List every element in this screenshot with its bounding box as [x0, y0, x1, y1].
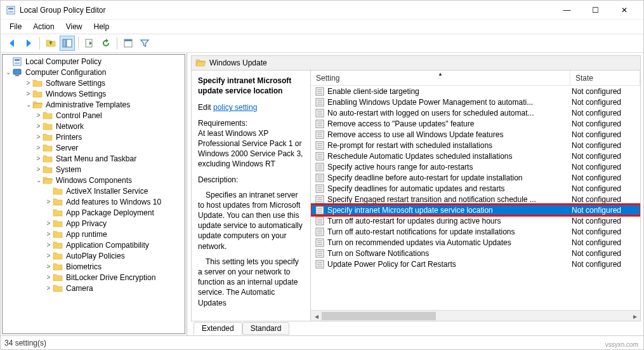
tree-item[interactable]: >Control Panel	[4, 110, 185, 121]
setting-row[interactable]: Turn off auto-restart for updates during…	[311, 215, 640, 226]
tree-item[interactable]: ⌄Windows Components	[4, 175, 185, 185]
folder-icon	[53, 251, 63, 261]
menu-action[interactable]: Action	[28, 21, 59, 32]
setting-row[interactable]: Turn on Software NotificationsNot config…	[311, 248, 640, 259]
tab-standard[interactable]: Standard	[242, 322, 290, 335]
titlebar: Local Group Policy Editor — ☐ ✕	[1, 1, 643, 20]
expander-icon[interactable]: >	[44, 285, 53, 292]
expander-icon[interactable]: >	[44, 231, 53, 238]
setting-row[interactable]: Specify Engaged restart transition and n…	[311, 194, 640, 205]
expander-icon[interactable]: >	[34, 133, 43, 140]
scroll-left-icon[interactable]: ◂	[311, 311, 322, 321]
expander-icon[interactable]: >	[44, 263, 53, 270]
setting-row[interactable]: Enabling Windows Update Power Management…	[311, 97, 640, 107]
tree-label: Printers	[55, 133, 83, 142]
properties-icon	[123, 38, 133, 48]
properties-button[interactable]	[121, 36, 136, 51]
scroll-thumb[interactable]	[322, 312, 436, 320]
description-label: Description:	[198, 175, 304, 185]
setting-state: Not configured	[570, 152, 640, 161]
refresh-button[interactable]	[98, 36, 114, 51]
maximize-button[interactable]: ☐	[581, 1, 610, 19]
setting-state: Not configured	[570, 260, 640, 269]
setting-row[interactable]: Remove access to "Pause updates" feature…	[311, 118, 640, 129]
folder-icon	[43, 143, 53, 153]
tree-item[interactable]: >Software Settings	[4, 77, 185, 88]
minimize-button[interactable]: —	[553, 1, 581, 19]
expander-icon[interactable]: ⌄	[34, 177, 43, 184]
forward-button[interactable]	[21, 36, 36, 51]
expander-icon[interactable]: >	[44, 274, 53, 281]
setting-icon	[315, 238, 325, 248]
expander-icon[interactable]: >	[44, 252, 53, 259]
tree-item[interactable]: >Network	[4, 121, 185, 131]
setting-row[interactable]: Reschedule Automatic Updates scheduled i…	[311, 151, 640, 161]
scroll-right-icon[interactable]: ▸	[629, 311, 640, 321]
tree-item[interactable]: >AutoPlay Policies	[4, 250, 185, 261]
tree-computer-configuration[interactable]: ⌄Computer Configuration	[4, 67, 185, 77]
column-state[interactable]: State	[570, 71, 640, 85]
tree-item[interactable]: App Package Deployment	[4, 207, 185, 218]
tree-item[interactable]: >Start Menu and Taskbar	[4, 153, 185, 164]
filter-button[interactable]	[137, 36, 152, 51]
tree-item[interactable]: >System	[4, 164, 185, 175]
tree-label: Windows Settings	[44, 90, 107, 98]
setting-row[interactable]: No auto-restart with logged on users for…	[311, 107, 640, 118]
up-button[interactable]	[43, 36, 58, 51]
expander-icon[interactable]: >	[24, 79, 32, 86]
tree-scroll[interactable]: Local Computer Policy⌄Computer Configura…	[2, 54, 185, 334]
expander-icon[interactable]: >	[44, 220, 53, 227]
close-button[interactable]: ✕	[610, 1, 638, 19]
tree-pane-icon	[62, 38, 72, 48]
tree-item[interactable]: >App Privacy	[4, 218, 185, 229]
edit-policy-link[interactable]: policy setting	[213, 103, 257, 112]
setting-row[interactable]: Specify intranet Microsoft update servic…	[311, 205, 640, 215]
expander-icon[interactable]: >	[24, 90, 32, 97]
export-button[interactable]	[82, 36, 97, 51]
setting-row[interactable]: Specify deadline before auto-restart for…	[311, 172, 640, 183]
tree-item[interactable]: >Printers	[4, 131, 185, 142]
tree-item[interactable]: >BitLocker Drive Encryption	[4, 272, 185, 283]
setting-row[interactable]: Remove access to use all Windows Update …	[311, 129, 640, 140]
expander-icon[interactable]: >	[34, 112, 43, 119]
tree-label: Server	[55, 144, 79, 152]
setting-row[interactable]: Enable client-side targetingNot configur…	[311, 86, 640, 97]
tree-item[interactable]: >Application Compatibility	[4, 239, 185, 250]
menu-view[interactable]: View	[61, 21, 88, 32]
view-tabs: Extended Standard	[191, 321, 641, 335]
list-body[interactable]: Enable client-side targetingNot configur…	[311, 86, 640, 310]
tree-item[interactable]: >Add features to Windows 10	[4, 196, 185, 207]
back-button[interactable]	[4, 36, 20, 51]
expander-icon[interactable]: >	[44, 241, 53, 248]
expander-icon[interactable]: ⌄	[24, 101, 32, 108]
show-tree-button[interactable]	[60, 36, 75, 51]
watermark: vssyxn.com	[605, 341, 638, 348]
horizontal-scrollbar[interactable]: ◂ ▸	[311, 310, 640, 321]
tree-item[interactable]: >Server	[4, 142, 185, 153]
tree-item[interactable]: >Biometrics	[4, 261, 185, 272]
expander-icon[interactable]: >	[34, 155, 43, 162]
setting-row[interactable]: Turn off auto-restart notifications for …	[311, 226, 640, 237]
column-setting[interactable]: Setting ▲	[311, 71, 570, 85]
tab-extended[interactable]: Extended	[194, 322, 242, 335]
tree-item[interactable]: >Windows Settings	[4, 88, 185, 99]
setting-row[interactable]: Turn on recommended updates via Automati…	[311, 237, 640, 248]
tree-label: Biometrics	[65, 262, 103, 271]
expander-icon[interactable]: >	[34, 166, 43, 173]
menu-file[interactable]: File	[4, 21, 27, 32]
expander-icon[interactable]: >	[34, 144, 43, 151]
expander-icon[interactable]: >	[44, 198, 53, 205]
tree-item[interactable]: >Camera	[4, 283, 185, 293]
setting-row[interactable]: Specify active hours range for auto-rest…	[311, 161, 640, 172]
tree-item[interactable]: >App runtime	[4, 229, 185, 239]
description-text-1: Specifies an intranet server to host upd…	[198, 190, 304, 252]
setting-row[interactable]: Update Power Policy for Cart RestartsNot…	[311, 259, 640, 269]
menu-help[interactable]: Help	[89, 21, 115, 32]
setting-row[interactable]: Specify deadlines for automatic updates …	[311, 183, 640, 194]
expander-icon[interactable]: >	[34, 123, 43, 130]
expander-icon[interactable]: ⌄	[4, 69, 12, 76]
setting-row[interactable]: Re-prompt for restart with scheduled ins…	[311, 140, 640, 151]
tree-root[interactable]: Local Computer Policy	[4, 56, 185, 67]
tree-item[interactable]: ActiveX Installer Service	[4, 185, 185, 196]
tree-item[interactable]: ⌄Administrative Templates	[4, 99, 185, 110]
